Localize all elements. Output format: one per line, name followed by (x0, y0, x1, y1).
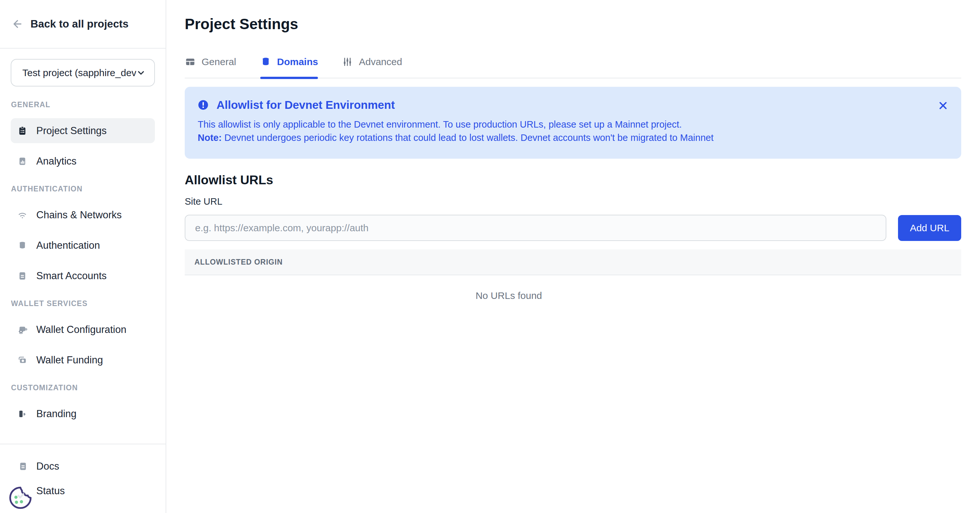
tab-label: Domains (277, 56, 318, 67)
site-url-label: Site URL (185, 196, 961, 207)
sidebar-item-label: Branding (36, 408, 76, 420)
banner-note-text: Devnet undergoes periodic key rotations … (222, 132, 714, 143)
banner-body: This allowlist is only applicable to the… (198, 118, 922, 145)
sidebar-item-wallet-funding[interactable]: Wallet Funding (11, 348, 155, 372)
add-url-button[interactable]: Add URL (898, 215, 961, 241)
sidebar-scroll-area[interactable]: Test project (sapphire_dev) GENERAL Proj… (0, 49, 165, 426)
section-label-general: GENERAL (11, 100, 155, 109)
sidebar: Back to all projects Test project (sapph… (0, 0, 166, 513)
cookie-consent-icon[interactable] (8, 485, 33, 510)
wallet-funding-icon (18, 355, 27, 365)
tab-label: General (202, 56, 236, 67)
back-to-projects-button[interactable]: Back to all projects (0, 0, 165, 49)
main-content: Project Settings General Domains Advance… (166, 0, 980, 513)
banner-line-1: This allowlist is only applicable to the… (198, 118, 922, 131)
empty-state-message: No URLs found (185, 290, 833, 301)
banner-note-label: Note: (198, 132, 222, 143)
page-title: Project Settings (185, 16, 961, 32)
sidebar-item-label: Authentication (36, 240, 100, 251)
allowlist-table-header: ALLOWLISTED ORIGIN (185, 249, 961, 275)
devnet-allowlist-banner: Allowlist for Devnet Environment This al… (185, 87, 961, 159)
database-icon (260, 56, 271, 67)
back-to-projects-label: Back to all projects (30, 18, 129, 30)
sidebar-item-wallet-configuration[interactable]: Wallet Configuration (11, 317, 155, 342)
database-icon (18, 241, 27, 250)
section-label-authentication: AUTHENTICATION (11, 184, 155, 193)
tab-label: Advanced (359, 56, 402, 67)
document-icon (18, 271, 27, 281)
banner-close-button[interactable] (937, 99, 950, 112)
project-selector[interactable]: Test project (sapphire_dev) (11, 59, 155, 86)
allowlist-heading: Allowlist URLs (185, 173, 961, 187)
table-grid-icon (185, 56, 196, 67)
sidebar-item-branding[interactable]: Branding (11, 401, 155, 426)
wifi-icon (18, 210, 27, 220)
clipboard-icon (18, 126, 27, 136)
sidebar-item-chains-networks[interactable]: Chains & Networks (11, 202, 155, 227)
tab-advanced[interactable]: Advanced (342, 56, 402, 78)
sidebar-item-label: Wallet Configuration (36, 324, 126, 335)
section-label-customization: CUSTOMIZATION (11, 383, 155, 392)
tab-domains[interactable]: Domains (260, 56, 318, 78)
docs-link[interactable]: Docs (11, 454, 155, 479)
allowlisted-origin-column-header: ALLOWLISTED ORIGIN (194, 258, 283, 267)
sidebar-item-label: Smart Accounts (36, 270, 107, 282)
sidebar-item-smart-accounts[interactable]: Smart Accounts (11, 263, 155, 288)
section-label-wallet-services: WALLET SERVICES (11, 299, 155, 308)
alert-circle-icon (198, 99, 209, 110)
document-icon (18, 462, 28, 471)
chevron-down-icon (136, 68, 146, 78)
sidebar-item-label: Wallet Funding (36, 354, 103, 366)
sidebar-item-label: Analytics (36, 156, 76, 167)
tab-general[interactable]: General (185, 56, 236, 78)
site-url-input[interactable] (185, 215, 886, 241)
site-url-row: Add URL (185, 215, 961, 241)
sidebar-item-authentication[interactable]: Authentication (11, 233, 155, 258)
sidebar-item-analytics[interactable]: Analytics (11, 149, 155, 173)
sliders-icon (342, 56, 353, 67)
sidebar-item-project-settings[interactable]: Project Settings (11, 118, 155, 143)
sidebar-item-label: Chains & Networks (36, 209, 122, 221)
arrow-left-icon (12, 18, 23, 30)
docs-label: Docs (36, 461, 59, 472)
branding-icon (18, 409, 27, 419)
project-selector-value: Test project (sapphire_dev) (22, 67, 136, 78)
sidebar-item-label: Project Settings (36, 125, 107, 137)
tab-bar: General Domains Advanced (185, 56, 961, 78)
banner-title: Allowlist for Devnet Environment (216, 98, 395, 111)
wallet-gear-icon (18, 325, 27, 335)
status-label: Status (36, 485, 65, 497)
analytics-file-icon (18, 156, 27, 166)
banner-line-2: Note: Devnet undergoes periodic key rota… (198, 131, 922, 145)
